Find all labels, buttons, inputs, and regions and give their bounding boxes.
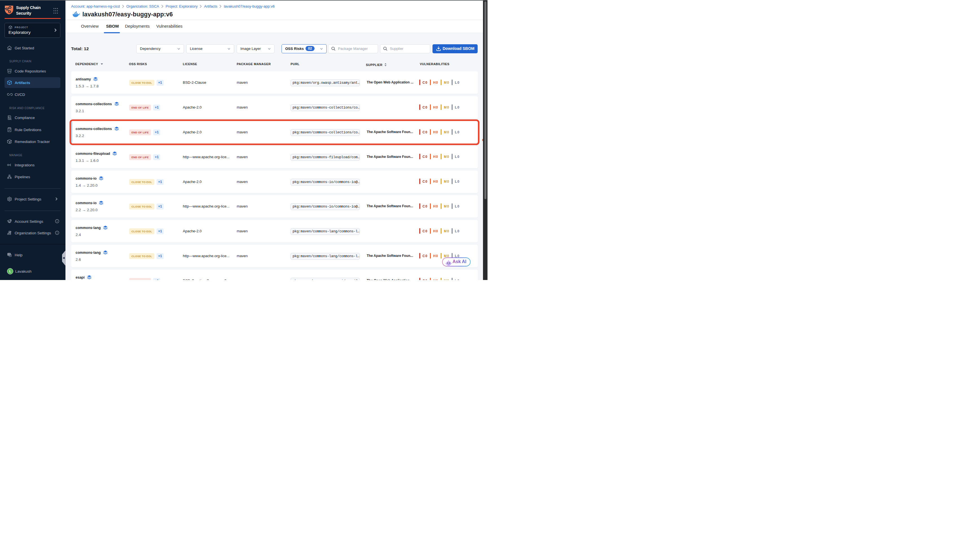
svg-text:?: ?	[8, 253, 10, 256]
